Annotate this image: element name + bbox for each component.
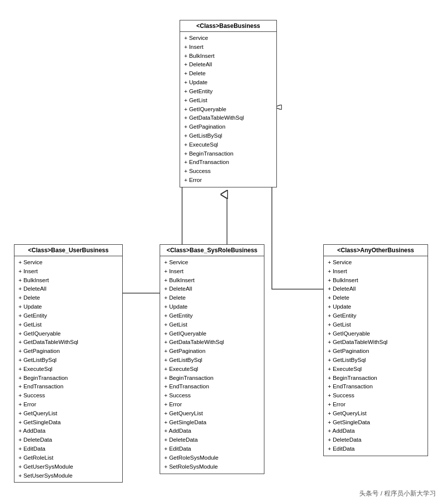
class-member: + GetListBySql xyxy=(328,356,424,365)
class-member: + Error xyxy=(328,400,424,409)
class-member: + Success xyxy=(18,391,118,400)
class-member: + DeleteAll xyxy=(18,285,118,294)
class-member: + EditData xyxy=(18,445,118,454)
class-member: + GetDataTableWithSql xyxy=(18,338,118,347)
class-member: + BeginTransaction xyxy=(328,374,424,383)
class-member: + EditData xyxy=(328,445,424,454)
class-base-business-header: <Class>BaseBusiness xyxy=(180,20,276,32)
class-user-business: <Class>Base_UserBusiness + Service+ Inse… xyxy=(14,244,123,483)
class-member: + GetUserSysModule xyxy=(18,463,118,472)
watermark: 头条号 / 程序员小新大学习 xyxy=(359,489,436,498)
class-member: + Service xyxy=(164,258,260,267)
class-member: + Error xyxy=(184,176,272,185)
class-member: + GetList xyxy=(328,321,424,330)
class-member: + GetList xyxy=(164,321,260,330)
class-member: + ExecuteSql xyxy=(164,365,260,374)
class-member: + GetSingleData xyxy=(18,418,118,427)
class-member: + GetQueryList xyxy=(328,409,424,418)
class-member: + SetRoleSysModule xyxy=(164,463,260,472)
class-member: + Delete xyxy=(184,69,272,78)
class-member: + DeleteData xyxy=(164,436,260,445)
class-sysrole-business-body: + Service+ Insert+ BulkInsert+ DeleteAll… xyxy=(160,256,264,474)
class-member: + GetListBySql xyxy=(18,356,118,365)
class-member: + BulkInsert xyxy=(18,276,118,285)
class-anyother-business-body: + Service+ Insert+ BulkInsert+ DeleteAll… xyxy=(324,256,428,456)
class-member: + GetSingleData xyxy=(328,418,424,427)
class-member: + BulkInsert xyxy=(164,276,260,285)
class-member: + GetEntity xyxy=(18,312,118,321)
class-member: + BeginTransaction xyxy=(164,374,260,383)
class-member: + Delete xyxy=(18,294,118,303)
class-member: + AddData xyxy=(18,427,118,436)
class-member: + EndTransaction xyxy=(18,382,118,391)
class-member: + Insert xyxy=(164,267,260,276)
class-member: + Insert xyxy=(18,267,118,276)
class-member: + GetIQueryable xyxy=(328,330,424,338)
class-member: + Update xyxy=(164,303,260,312)
class-member: + Success xyxy=(328,391,424,400)
class-member: + DeleteAll xyxy=(164,285,260,294)
class-member: + ExecuteSql xyxy=(18,365,118,374)
class-member: + GetList xyxy=(18,321,118,330)
class-member: + SetUserSysModule xyxy=(18,472,118,481)
class-member: + BulkInsert xyxy=(328,276,424,285)
class-member: + Update xyxy=(328,303,424,312)
class-member: + GetEntity xyxy=(184,87,272,96)
class-member: + GetDataTableWithSql xyxy=(164,338,260,347)
class-member: + DeleteAll xyxy=(184,60,272,69)
class-member: + BeginTransaction xyxy=(18,374,118,383)
class-member: + Service xyxy=(328,258,424,267)
class-user-business-body: + Service+ Insert+ BulkInsert+ DeleteAll… xyxy=(14,256,122,482)
class-base-business-body: + Service+ Insert+ BulkInsert+ DeleteAll… xyxy=(180,32,276,187)
class-member: + GetPagination xyxy=(184,123,272,132)
class-member: + GetListBySql xyxy=(164,356,260,365)
class-member: + Update xyxy=(18,303,118,312)
class-member: + ExecuteSql xyxy=(328,365,424,374)
class-member: + GetDataTableWithSql xyxy=(184,114,272,123)
class-member: + Success xyxy=(164,391,260,400)
diagram-container: <Class>BaseBusiness + Service+ Insert+ B… xyxy=(0,0,445,504)
class-member: + GetIQueryable xyxy=(184,105,272,114)
class-member: + GetPagination xyxy=(18,347,118,356)
class-anyother-business: <Class>AnyOtherBusiness + Service+ Inser… xyxy=(323,244,428,456)
class-member: + Insert xyxy=(184,43,272,52)
class-member: + GetRoleList xyxy=(18,454,118,463)
class-member: + GetListBySql xyxy=(184,132,272,141)
class-member: + Update xyxy=(184,78,272,87)
class-member: + EndTransaction xyxy=(184,158,272,167)
class-member: + GetPagination xyxy=(164,347,260,356)
class-member: + DeleteData xyxy=(328,436,424,445)
class-member: + Error xyxy=(18,400,118,409)
class-sysrole-business-header: <Class>Base_SysRoleBusiness xyxy=(160,245,264,256)
class-member: + GetList xyxy=(184,96,272,105)
class-member: + GetIQueryable xyxy=(164,330,260,338)
class-member: + GetEntity xyxy=(328,312,424,321)
class-member: + GetQueryList xyxy=(164,409,260,418)
class-member: + GetQueryList xyxy=(18,409,118,418)
class-member: + EndTransaction xyxy=(328,382,424,391)
class-member: + GetPagination xyxy=(328,347,424,356)
class-member: + BulkInsert xyxy=(184,52,272,61)
class-member: + Success xyxy=(184,167,272,176)
class-member: + AddData xyxy=(164,427,260,436)
class-member: + GetRoleSysModule xyxy=(164,454,260,463)
class-member: + Delete xyxy=(328,294,424,303)
class-member: + GetEntity xyxy=(164,312,260,321)
class-anyother-business-header: <Class>AnyOtherBusiness xyxy=(324,245,428,256)
class-member: + EndTransaction xyxy=(164,382,260,391)
class-member: + Insert xyxy=(328,267,424,276)
class-member: + Service xyxy=(184,34,272,43)
class-member: + Error xyxy=(164,400,260,409)
class-member: + GetSingleData xyxy=(164,418,260,427)
class-member: + Service xyxy=(18,258,118,267)
class-user-business-header: <Class>Base_UserBusiness xyxy=(14,245,122,256)
class-member: + DeleteAll xyxy=(328,285,424,294)
class-base-business: <Class>BaseBusiness + Service+ Insert+ B… xyxy=(180,20,277,187)
class-sysrole-business: <Class>Base_SysRoleBusiness + Service+ I… xyxy=(160,244,264,474)
class-member: + ExecuteSql xyxy=(184,141,272,150)
class-member: + DeleteData xyxy=(18,436,118,445)
class-member: + AddData xyxy=(328,427,424,436)
class-member: + EditData xyxy=(164,445,260,454)
class-member: + GetIQueryable xyxy=(18,330,118,338)
class-member: + BeginTransaction xyxy=(184,150,272,159)
